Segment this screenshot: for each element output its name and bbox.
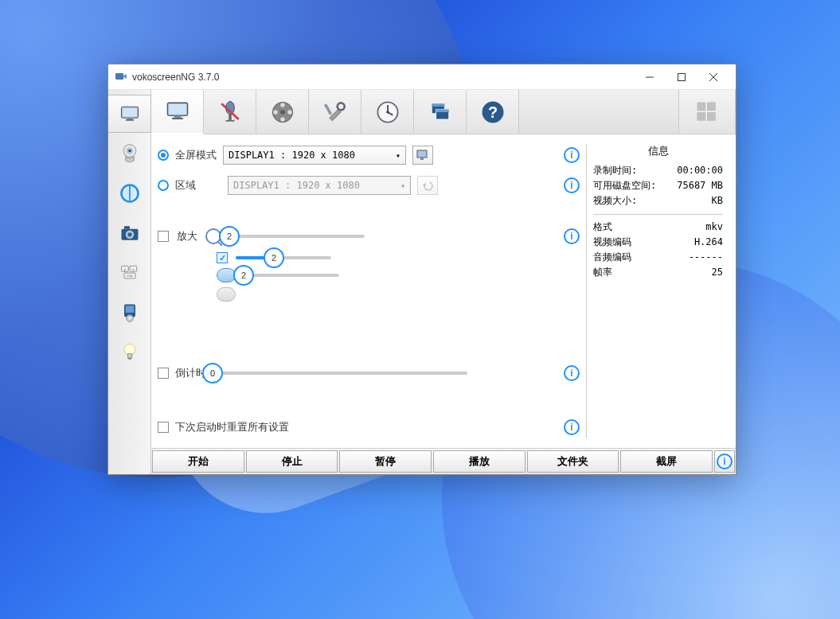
info-bottom-button[interactable]: i [714, 450, 735, 473]
svg-marker-1 [123, 74, 127, 79]
zoom-slider-3[interactable]: 2 [244, 274, 339, 277]
countdown-checkbox[interactable] [158, 368, 169, 379]
undo-icon [421, 180, 434, 191]
top-tab-winos[interactable] [678, 90, 736, 134]
top-tab-help[interactable]: ? [467, 90, 519, 134]
info-countdown-button[interactable]: i [564, 365, 580, 381]
reset-label: 下次启动时重置所有设置 [175, 420, 289, 434]
svg-rect-34 [169, 104, 186, 115]
top-tab-audio[interactable] [204, 90, 256, 134]
svg-rect-17 [124, 226, 130, 229]
svg-text:?: ? [487, 103, 497, 121]
left-tab-magnify[interactable] [108, 174, 150, 212]
zoom-slider-2-thumb[interactable]: 2 [264, 247, 284, 268]
main-window: vokoscreenNG 3.7.0 yxCtrl [107, 64, 736, 475]
zoom-slider-1-thumb[interactable]: 2 [219, 226, 240, 247]
start-button[interactable]: 开始 [152, 450, 244, 473]
reset-checkbox[interactable] [158, 422, 169, 433]
rec-time-value: 00:00:00 [677, 163, 723, 178]
settings-panel: 全屏模式 DISPLAY1 : 1920 x 1080 i 区域 DISPL [158, 144, 580, 438]
maximize-button[interactable] [666, 66, 697, 88]
svg-rect-27 [125, 306, 134, 313]
info-panel: 信息 录制时间:00:00:00 可用磁盘空间:75687 MB 视频大小:KB… [586, 144, 729, 438]
windows-overlap-icon [426, 98, 455, 127]
countdown-slider[interactable]: 0 [213, 372, 467, 375]
fullscreen-label: 全屏模式 [175, 148, 217, 162]
left-tab-log[interactable] [108, 333, 150, 372]
folder-button[interactable]: 文件夹 [527, 450, 619, 473]
info-area-button[interactable]: i [564, 177, 580, 193]
identify-display-button[interactable] [412, 146, 433, 165]
disk-label: 可用磁盘空间: [593, 178, 656, 193]
svg-point-19 [127, 232, 131, 236]
window-title: vokoscreenNG 3.7.0 [132, 72, 634, 83]
film-reel-icon [268, 98, 297, 127]
left-tab-shortcuts[interactable]: yxCtrl [108, 254, 150, 292]
pause-button[interactable]: 暂停 [339, 450, 432, 473]
top-tab-timer[interactable] [361, 90, 414, 134]
svg-point-45 [273, 110, 277, 114]
fullscreen-radio[interactable] [158, 150, 169, 161]
monitor-icon [163, 97, 192, 126]
countdown-slider-thumb[interactable]: 0 [202, 363, 223, 383]
zoom-checkbox[interactable] [158, 231, 169, 242]
svg-rect-54 [432, 103, 444, 107]
monitor-icon [119, 103, 141, 125]
left-tab-camera[interactable] [108, 214, 150, 252]
titlebar: vokoscreenNG 3.7.0 [108, 64, 736, 90]
disk-value: 75687 MB [677, 178, 723, 193]
zoom-slider-2[interactable]: 2 [236, 256, 331, 259]
svg-rect-48 [323, 103, 331, 115]
info-fullscreen-button[interactable]: i [564, 147, 580, 163]
svg-point-12 [128, 150, 131, 153]
svg-rect-63 [417, 150, 427, 158]
video-size-label: 视频大小: [593, 193, 637, 208]
minimize-button[interactable] [634, 66, 666, 88]
svg-rect-61 [697, 112, 705, 121]
bottom-bar: 开始 停止 暂停 播放 文件夹 截屏 i [151, 448, 736, 474]
rec-time-label: 录制时间: [593, 163, 637, 178]
svg-rect-7 [123, 108, 137, 117]
info-zoom-button[interactable]: i [564, 228, 580, 244]
reset-area-button [417, 176, 438, 195]
top-tab-display[interactable] [151, 90, 204, 134]
svg-rect-0 [115, 73, 123, 80]
svg-rect-3 [678, 73, 686, 80]
top-tab-tools[interactable] [309, 90, 361, 134]
svg-point-29 [128, 317, 131, 320]
tools-icon [321, 98, 350, 127]
main-content: ? 全屏模式 DISPLAY1 : 1920 x 1080 [151, 90, 736, 474]
lightbulb-icon [119, 341, 141, 364]
lens-icon [119, 182, 141, 204]
zoom-slider-3-thumb[interactable]: 2 [233, 265, 254, 286]
close-button[interactable] [697, 66, 729, 88]
fps-label: 帧率 [593, 265, 612, 280]
area-combobox: DISPLAY1 : 1920 x 1080 [228, 176, 411, 195]
left-tab-screen[interactable] [108, 95, 151, 133]
display-combobox[interactable]: DISPLAY1 : 1920 x 1080 [223, 146, 406, 165]
vcodec-label: 视频编码 [593, 235, 631, 250]
area-label: 区域 [175, 178, 196, 193]
zoom-opt1-checkbox[interactable] [217, 252, 228, 263]
svg-rect-64 [420, 158, 424, 160]
top-tab-windows[interactable] [414, 90, 467, 134]
svg-rect-31 [127, 354, 131, 358]
svg-rect-60 [707, 102, 716, 111]
video-size-value: KB [712, 193, 723, 208]
left-tab-player[interactable] [108, 294, 150, 332]
svg-text:Ctrl: Ctrl [127, 274, 132, 278]
svg-rect-35 [174, 115, 181, 118]
top-tab-codec[interactable] [256, 90, 309, 134]
svg-rect-36 [171, 118, 182, 119]
webcam-icon [119, 142, 141, 165]
left-tab-webcam[interactable] [108, 134, 150, 173]
screenshot-button[interactable]: 截屏 [620, 450, 713, 473]
info-reset-button[interactable]: i [564, 419, 580, 435]
area-radio[interactable] [158, 180, 169, 191]
stop-button[interactable]: 停止 [246, 450, 338, 473]
app-icon [115, 71, 127, 84]
svg-rect-9 [125, 119, 134, 121]
zoom-slider-1[interactable]: 2 [229, 235, 365, 238]
play-button[interactable]: 播放 [433, 450, 525, 473]
zoom-label: 放大 [177, 229, 197, 243]
